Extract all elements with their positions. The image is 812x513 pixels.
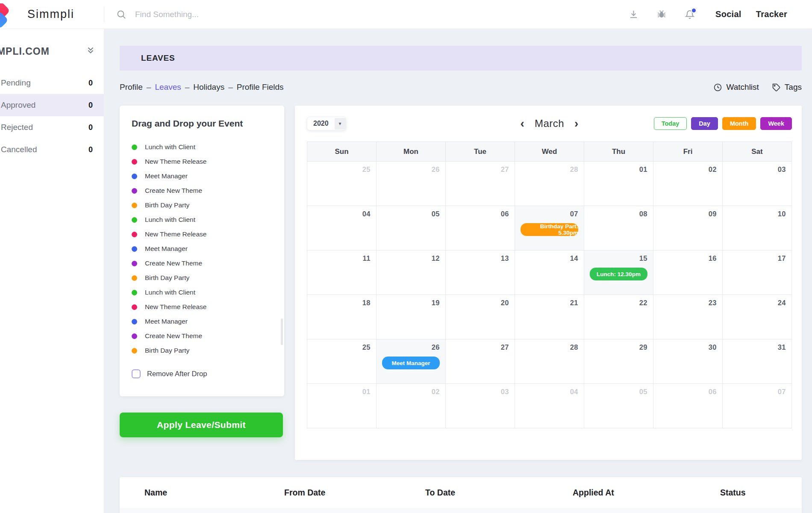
calendar-day-cell[interactable]: 07 (723, 384, 792, 428)
draggable-event[interactable]: Create New Theme (132, 183, 274, 198)
tags-button[interactable]: Tags (772, 83, 802, 92)
draggable-event[interactable]: New Theme Release (132, 300, 274, 314)
calendar-day-cell[interactable]: 16 (653, 251, 723, 295)
view-button-today[interactable]: Today (654, 117, 687, 130)
draggable-event[interactable]: Lunch with Client (132, 140, 274, 154)
bug-icon[interactable] (656, 9, 667, 20)
breadcrumb-profile-fields[interactable]: Profile Fields (237, 83, 284, 92)
next-month-icon[interactable]: › (574, 119, 578, 128)
calendar-day-cell[interactable]: 01 (584, 162, 653, 206)
calendar-day-cell[interactable]: 08 (584, 206, 653, 251)
breadcrumb-leaves[interactable]: Leaves (155, 83, 181, 92)
download-icon[interactable] (629, 9, 638, 19)
draggable-event[interactable]: Create New Theme (132, 329, 274, 343)
collapse-sidebar-icon[interactable] (86, 45, 95, 57)
draggable-event[interactable]: Meet Manager (132, 314, 274, 329)
draggable-event[interactable]: Birth Day Party (132, 271, 274, 285)
year-value: 2020 (307, 117, 335, 130)
search-bar[interactable] (116, 9, 629, 20)
calendar-day-cell[interactable]: 28 (515, 162, 584, 206)
day-number: 22 (590, 299, 647, 307)
draggable-event[interactable]: Lunch with Client (132, 212, 274, 227)
calendar-event-badge[interactable]: Lunch: 12.30pm (590, 268, 647, 280)
view-button-week[interactable]: Week (760, 117, 792, 130)
prev-month-icon[interactable]: ‹ (521, 119, 524, 128)
calendar-day-cell[interactable]: 27 (446, 162, 515, 206)
calendar-day-cell[interactable]: 21 (515, 295, 584, 339)
calendar-event-badge[interactable]: Birthday Part: 5.30pm (521, 223, 578, 236)
sidebar-item-cancelled[interactable]: Cancelled0 (0, 139, 104, 161)
table-header-to-date: To Date (425, 488, 573, 498)
breadcrumb-profile[interactable]: Profile (120, 83, 143, 92)
event-color-dot (132, 203, 137, 208)
calendar-day-cell[interactable]: 24 (723, 295, 792, 339)
watchlist-button[interactable]: Watchlist (713, 83, 759, 92)
draggable-event[interactable]: Meet Manager (132, 169, 274, 183)
calendar-day-cell[interactable]: 12 (377, 251, 446, 295)
calendar-day-cell[interactable]: 04 (307, 206, 377, 251)
draggable-event[interactable]: Meet Manager (132, 242, 274, 256)
sidebar-item-approved[interactable]: Approved0 (0, 94, 104, 116)
view-button-day[interactable]: Day (691, 117, 718, 130)
view-button-month[interactable]: Month (722, 117, 756, 130)
calendar-day-cell[interactable]: 09 (653, 206, 723, 251)
calendar-day-cell[interactable]: 28 (515, 339, 584, 384)
calendar-day-cell[interactable]: 14 (515, 251, 584, 295)
clock-icon (713, 83, 722, 92)
draggable-event[interactable]: Birth Day Party (132, 198, 274, 212)
panel-scrollbar[interactable] (281, 318, 283, 345)
calendar-day-cell[interactable]: 07Birthday Part: 5.30pm (515, 206, 584, 251)
calendar-day-cell[interactable]: 31 (723, 339, 792, 384)
calendar-day-cell[interactable]: 13 (446, 251, 515, 295)
calendar-day-cell[interactable]: 10 (723, 206, 792, 251)
calendar-day-cell[interactable]: 04 (515, 384, 584, 428)
calendar-day-cell[interactable]: 26Meet Manager (377, 339, 446, 384)
calendar-day-cell[interactable]: 26 (377, 162, 446, 206)
day-number: 30 (659, 343, 717, 351)
day-header-mon: Mon (377, 142, 446, 162)
calendar-day-cell[interactable]: 30 (653, 339, 723, 384)
calendar-day-cell[interactable]: 03 (446, 384, 515, 428)
app-logo[interactable]: Simmpli (0, 0, 104, 29)
notifications-icon[interactable] (685, 9, 695, 20)
remove-after-drop-checkbox[interactable] (132, 369, 141, 378)
search-input[interactable] (135, 10, 315, 19)
calendar-day-cell[interactable]: 06 (446, 206, 515, 251)
calendar-day-cell[interactable]: 19 (377, 295, 446, 339)
calendar-day-cell[interactable]: 17 (723, 251, 792, 295)
calendar-day-cell[interactable]: 22 (584, 295, 653, 339)
calendar-day-cell[interactable]: 05 (377, 206, 446, 251)
apply-leave-button[interactable]: Apply Leave/Submit (120, 413, 283, 437)
calendar-day-cell[interactable]: 03 (723, 162, 792, 206)
draggable-event[interactable]: Create New Theme (132, 256, 274, 271)
nav-social[interactable]: Social (715, 9, 741, 19)
calendar-day-cell[interactable]: 01 (307, 384, 377, 428)
checkbox-label: Remove After Drop (147, 370, 207, 378)
calendar-day-cell[interactable]: 29 (584, 339, 653, 384)
draggable-event[interactable]: New Theme Release (132, 227, 274, 242)
calendar-day-cell[interactable]: 06 (653, 384, 723, 428)
nav-tracker[interactable]: Tracker (756, 9, 787, 19)
calendar-day-cell[interactable]: 15Lunch: 12.30pm (584, 251, 653, 295)
calendar-day-cell[interactable]: 18 (307, 295, 377, 339)
breadcrumb-holidays[interactable]: Holidays (193, 83, 224, 92)
draggable-event[interactable]: Birth Day Party (132, 343, 274, 358)
calendar-day-cell[interactable]: 25 (307, 339, 377, 384)
calendar-day-cell[interactable]: 02 (377, 384, 446, 428)
calendar-day-cell[interactable]: 25 (307, 162, 377, 206)
event-color-dot (132, 232, 137, 237)
calendar-day-cell[interactable]: 02 (653, 162, 723, 206)
sidebar-item-pending[interactable]: Pending0 (0, 72, 104, 94)
year-select[interactable]: 2020 ▾ (307, 117, 346, 130)
sidebar-item-rejected[interactable]: Rejected0 (0, 116, 104, 139)
calendar-day-cell[interactable]: 23 (653, 295, 723, 339)
day-number: 09 (659, 210, 717, 218)
calendar-day-cell[interactable]: 11 (307, 251, 377, 295)
calendar-day-cell[interactable]: 27 (446, 339, 515, 384)
calendar-day-cell[interactable]: 20 (446, 295, 515, 339)
calendar-event-badge[interactable]: Meet Manager (382, 357, 440, 369)
event-label: Meet Manager (145, 245, 188, 253)
calendar-day-cell[interactable]: 05 (584, 384, 653, 428)
draggable-event[interactable]: Lunch with Client (132, 285, 274, 300)
draggable-event[interactable]: New Theme Release (132, 154, 274, 169)
